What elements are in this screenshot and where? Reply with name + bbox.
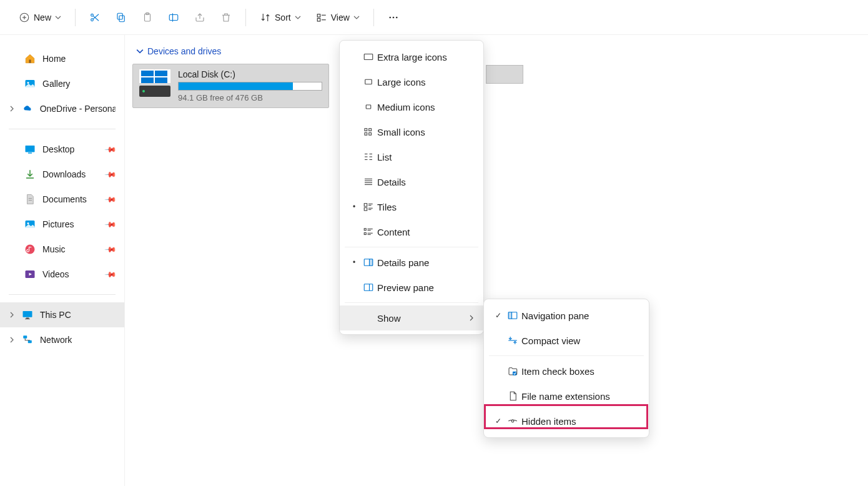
sidebar-item-desktop[interactable]: Desktop 📌 (0, 137, 124, 162)
svg-rect-21 (29, 60, 31, 63)
share-icon (194, 12, 205, 23)
svg-point-4 (91, 18, 94, 21)
tiles-icon (360, 201, 377, 212)
svg-point-18 (389, 16, 391, 18)
menu-label: Details (377, 177, 475, 187)
menu-item-list[interactable]: List (340, 144, 483, 169)
menu-label: Small icons (377, 127, 475, 137)
sidebar-item-onedrive[interactable]: OneDrive - Persona (0, 96, 124, 121)
rename-button[interactable] (162, 6, 185, 29)
paste-icon (142, 12, 153, 23)
sidebar-label: This PC (40, 310, 71, 320)
pin-icon: 📌 (104, 243, 117, 256)
list-icon (360, 151, 377, 162)
separator (75, 9, 76, 26)
menu-item-medium-icons[interactable]: Medium icons (340, 94, 483, 119)
svg-point-20 (396, 16, 398, 18)
videos-icon (24, 268, 36, 280)
svg-rect-45 (364, 54, 373, 60)
menu-label: List (377, 152, 475, 162)
svg-rect-14 (317, 14, 320, 17)
svg-rect-39 (141, 71, 154, 76)
sidebar-item-this-pc[interactable]: This PC (0, 302, 124, 327)
share-button[interactable] (188, 6, 212, 29)
svg-rect-49 (369, 129, 372, 131)
separator (373, 9, 374, 26)
extra-large-icon (360, 51, 377, 62)
toolbar: New Sort View (0, 0, 868, 35)
menu-item-details-pane[interactable]: • Details pane (340, 250, 483, 275)
menu-item-content[interactable]: Content (340, 219, 483, 244)
svg-rect-11 (169, 14, 178, 20)
sidebar-item-home[interactable]: Home (0, 46, 124, 71)
menu-item-details[interactable]: Details (340, 169, 483, 194)
menu-divider (345, 302, 478, 303)
ellipsis-icon (388, 12, 399, 23)
menu-label: Preview pane (377, 282, 475, 293)
navigation-pane: Home Gallery OneDrive - Persona Desktop … (0, 35, 125, 486)
menu-label: Item check boxes (521, 366, 640, 377)
menu-item-compact-view[interactable]: Compact view (484, 328, 649, 353)
small-icon (360, 126, 377, 137)
menu-item-tiles[interactable]: • Tiles (340, 194, 483, 219)
sidebar-item-downloads[interactable]: Downloads 📌 (0, 162, 124, 187)
cut-button[interactable] (83, 6, 107, 29)
svg-rect-81 (508, 312, 511, 319)
chevron-down-icon (136, 47, 144, 55)
menu-label: Navigation pane (521, 310, 640, 321)
check-mark: ✓ (493, 311, 504, 320)
menu-item-item-check-boxes[interactable]: Item check boxes (484, 359, 649, 384)
sidebar-label: Gallery (42, 79, 70, 89)
divider (9, 294, 116, 295)
chevron-down-icon (55, 14, 61, 21)
pin-icon: 📌 (104, 168, 117, 181)
sidebar-item-network[interactable]: Network (0, 327, 124, 352)
menu-item-extra-large-icons[interactable]: Extra large icons (340, 44, 483, 69)
sidebar-item-pictures[interactable]: Pictures 📌 (0, 212, 124, 237)
menu-label: Medium icons (377, 102, 475, 112)
compact-view-icon (504, 335, 521, 346)
menu-label: File name extensions (521, 391, 640, 402)
menu-item-large-icons[interactable]: Large icons (340, 69, 483, 94)
menu-item-small-icons[interactable]: Small icons (340, 119, 483, 144)
menu-item-file-name-extensions[interactable]: File name extensions (484, 384, 649, 409)
menu-divider (489, 355, 644, 356)
svg-rect-15 (317, 18, 320, 21)
menu-item-show[interactable]: Show (340, 305, 483, 330)
copy-icon (116, 12, 127, 23)
content-icon (360, 226, 377, 237)
svg-rect-71 (364, 233, 366, 235)
svg-rect-34 (26, 318, 29, 319)
svg-point-23 (27, 82, 29, 84)
paste-button[interactable] (136, 6, 159, 29)
sidebar-item-documents[interactable]: Documents 📌 (0, 187, 124, 212)
svg-rect-48 (365, 129, 367, 131)
drive-icon (139, 69, 170, 98)
more-button[interactable] (382, 6, 405, 29)
view-label: View (331, 12, 350, 22)
menu-item-preview-pane[interactable]: Preview pane (340, 275, 483, 300)
section-header-devices[interactable]: Devices and drives (136, 46, 861, 56)
svg-rect-40 (155, 71, 167, 76)
menu-item-navigation-pane[interactable]: ✓ Navigation pane (484, 303, 649, 328)
view-button[interactable]: View (310, 6, 366, 29)
drive-local-disk-c[interactable]: Local Disk (C:) 94.1 GB free of 476 GB (132, 64, 329, 108)
delete-button[interactable] (214, 6, 238, 29)
menu-item-hidden-items[interactable]: ✓ Hidden items (484, 409, 649, 434)
new-button[interactable]: New (12, 6, 67, 29)
sidebar-item-music[interactable]: Music 📌 (0, 237, 124, 262)
sort-button[interactable]: Sort (254, 6, 307, 29)
drive-name: Local Disk (C:) (178, 69, 322, 79)
svg-rect-35 (25, 319, 30, 319)
sidebar-item-gallery[interactable]: Gallery (0, 71, 124, 96)
sidebar-item-videos[interactable]: Videos 📌 (0, 262, 124, 287)
trash-icon (220, 12, 232, 23)
sort-icon (260, 12, 271, 23)
svg-rect-25 (28, 152, 32, 154)
onedrive-icon (21, 102, 34, 115)
chevron-right-icon (9, 312, 15, 318)
menu-label: Details pane (377, 257, 475, 268)
sort-label: Sort (275, 12, 291, 22)
view-icon (316, 12, 327, 23)
copy-button[interactable] (109, 6, 133, 29)
